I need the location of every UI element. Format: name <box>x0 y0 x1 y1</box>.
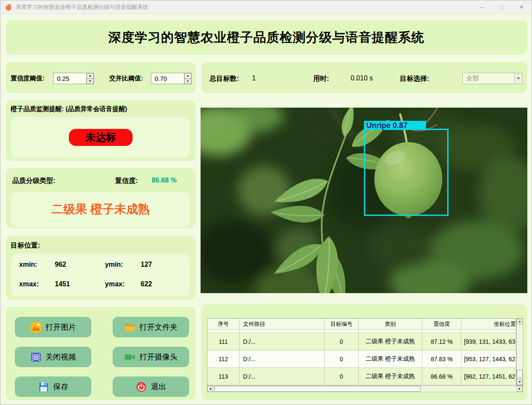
status-badge: 未达标 <box>69 129 133 146</box>
button-label: 保存 <box>53 382 68 392</box>
window-title: 深度学习的智慧农业橙子品质检测分级与语音提醒系统 <box>16 3 148 11</box>
image-icon <box>30 322 42 333</box>
cell-path[interactable]: D:/... <box>240 351 325 368</box>
xmax-value: 1451 <box>55 280 70 288</box>
open-folder-button[interactable]: 打开文件夹 <box>113 317 189 337</box>
cell-index[interactable]: 113 <box>207 368 240 385</box>
cell-conf[interactable]: 87.12 % <box>422 333 461 351</box>
grading-type-label: 品质分级类型: <box>12 177 55 185</box>
table-grid: 序号 文件路径 目标编号 类别 置信度 坐标位置 111 D:/... 0 二级… <box>207 318 516 385</box>
cell-path[interactable]: D:/... <box>240 333 325 351</box>
chevron-down-icon[interactable] <box>514 73 522 84</box>
elapsed-time-label: 用时: <box>313 74 329 83</box>
confidence-threshold-value: 0.25 <box>54 75 86 82</box>
cell-coords[interactable]: [939, 131, 1433, 63 <box>461 333 516 351</box>
col-header-index[interactable]: 序号 <box>207 319 240 330</box>
position-row: xmax: 1451 ymax: 622 <box>11 280 190 290</box>
cell-index[interactable]: 111 <box>207 333 240 351</box>
cell-path[interactable]: D:/... <box>240 368 325 385</box>
spin-down-icon[interactable] <box>184 79 191 84</box>
elapsed-time-value: 0.010 s <box>351 74 373 82</box>
open-camera-button[interactable]: 打开摄像头 <box>113 347 189 367</box>
orange-photo: Unripe 0.87 <box>201 108 527 293</box>
scroll-up-icon[interactable] <box>517 319 523 325</box>
vertical-scrollbar[interactable] <box>516 318 523 385</box>
grading-panel: 品质分级类型: 置信度: 86.68 % 二级果 橙子未成熟 <box>5 167 197 229</box>
spin-up-icon[interactable] <box>87 73 93 79</box>
grading-result-box: 二级果 橙子未成熟 <box>11 192 190 227</box>
horizontal-scrollbar[interactable] <box>207 385 523 392</box>
save-icon <box>38 381 49 393</box>
open-image-button[interactable]: 打开图片 <box>15 317 91 337</box>
minimize-icon[interactable]: – <box>472 0 492 14</box>
col-header-class[interactable]: 类别 <box>359 319 422 330</box>
cell-coords[interactable]: [962, 127, 1451, 62 <box>461 368 516 385</box>
table-row[interactable]: 112 D:/... 0 二级果 橙子未成熟 87.83 % [953, 127… <box>207 351 516 368</box>
horizontal-scroll-thumb[interactable] <box>214 386 421 392</box>
cell-conf[interactable]: 86.68 % <box>422 368 461 385</box>
iou-spin-buttons <box>184 73 191 84</box>
confidence-threshold-label: 置信度阈值: <box>11 74 45 83</box>
results-table-panel: 序号 文件路径 目标编号 类别 置信度 坐标位置 111 D:/... 0 二级… <box>200 303 528 401</box>
folder-icon <box>124 322 136 333</box>
detection-label: Unripe 0.87 <box>366 121 407 130</box>
table-row[interactable]: 113 D:/... 0 二级果 橙子未成熟 86.68 % [962, 127… <box>207 368 516 385</box>
cell-class[interactable]: 二级果 橙子未成熟 <box>359 368 422 385</box>
save-button[interactable]: 保存 <box>15 376 91 397</box>
table-row[interactable]: 111 D:/... 0 二级果 橙子未成熟 87.12 % [939, 131… <box>207 333 516 351</box>
window-controls: – ▢ ✕ <box>472 0 532 14</box>
table-header-row: 序号 文件路径 目标编号 类别 置信度 坐标位置 <box>207 319 516 330</box>
confidence-spin-buttons <box>86 73 93 84</box>
grading-confidence-value: 86.68 % <box>152 177 177 184</box>
col-header-conf[interactable]: 置信度 <box>422 319 461 330</box>
total-targets-label: 总目标数: <box>209 74 239 83</box>
target-select-dropdown[interactable]: 全部 <box>462 73 523 84</box>
iou-threshold-value: 0.70 <box>151 75 184 82</box>
cell-index[interactable]: 112 <box>207 351 240 368</box>
maximize-icon[interactable]: ▢ <box>492 0 512 14</box>
vertical-scroll-thumb[interactable] <box>517 370 523 378</box>
threshold-panel: 置信度阈值: 0.25 交并比阈值: 0.70 <box>5 61 197 94</box>
titlebar: 深度学习的智慧农业橙子品质检测分级与语音提醒系统 – ▢ ✕ <box>0 0 532 14</box>
cell-conf[interactable]: 87.83 % <box>422 351 461 368</box>
app-orange-icon <box>5 3 12 11</box>
target-select-value: 全部 <box>463 74 514 83</box>
col-header-path[interactable]: 文件路径 <box>240 319 325 330</box>
grading-result-text: 二级果 橙子未成熟 <box>51 201 150 217</box>
ymin-label: ymin: <box>105 261 123 268</box>
button-label: 关闭视频 <box>45 352 76 362</box>
cell-class[interactable]: 二级果 橙子未成熟 <box>359 333 422 351</box>
spin-up-icon[interactable] <box>184 73 191 79</box>
iou-threshold-spinner[interactable]: 0.70 <box>151 73 192 84</box>
cell-target[interactable]: 0 <box>325 333 359 351</box>
button-label: 打开摄像头 <box>139 352 178 362</box>
ymin-value: 127 <box>141 261 152 268</box>
cell-class[interactable]: 二级果 橙子未成熟 <box>359 351 422 368</box>
cell-target[interactable]: 0 <box>325 351 359 368</box>
xmin-label: xmin: <box>19 261 37 268</box>
scroll-right-icon[interactable] <box>517 386 523 392</box>
col-header-target[interactable]: 目标编号 <box>325 319 359 330</box>
camera-icon <box>124 351 136 363</box>
scroll-left-icon[interactable] <box>207 386 213 392</box>
video-icon <box>30 351 42 363</box>
spin-down-icon[interactable] <box>87 79 93 84</box>
button-label: 退出 <box>151 382 166 392</box>
ymax-label: ymax: <box>105 280 125 288</box>
exit-button[interactable]: 退出 <box>113 376 189 397</box>
xmax-label: xmax: <box>19 280 39 288</box>
col-header-coords[interactable]: 坐标位置 <box>461 319 516 330</box>
results-table: 序号 文件路径 目标编号 类别 置信度 坐标位置 111 D:/... 0 二级… <box>207 318 523 392</box>
close-icon[interactable]: ✕ <box>512 0 532 14</box>
xmin-value: 962 <box>55 261 66 268</box>
close-video-button[interactable]: 关闭视频 <box>15 347 91 367</box>
target-position-title: 目标位置: <box>11 241 40 250</box>
total-targets-value: 1 <box>252 74 256 82</box>
page-title: 深度学习的智慧农业橙子品质检测分级与语音提醒系统 <box>108 29 424 46</box>
quality-status-box: 未达标 <box>11 117 190 158</box>
cell-coords[interactable]: [953, 127, 1443, 62 <box>461 351 516 368</box>
confidence-threshold-spinner[interactable]: 0.25 <box>53 73 94 84</box>
scroll-down-icon[interactable] <box>517 379 523 385</box>
cell-target[interactable]: 0 <box>325 368 359 385</box>
actions-panel: 打开图片 打开文件夹 关闭视频 打开摄像头 <box>5 306 197 401</box>
